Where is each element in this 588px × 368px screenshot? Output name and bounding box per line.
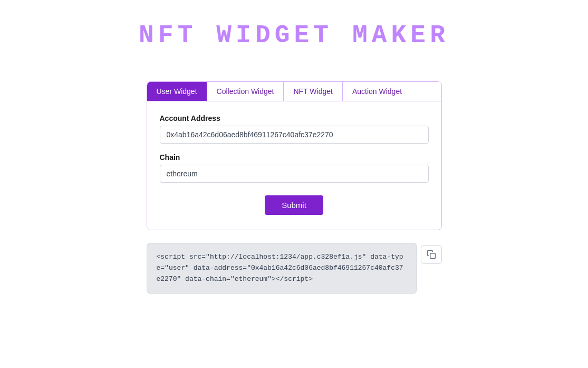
submit-button[interactable]: Submit [265,195,323,215]
tab-auction-widget[interactable]: Auction Widget [343,82,411,101]
copy-icon [427,250,436,259]
account-address-input[interactable] [160,126,429,144]
tab-nft-widget[interactable]: NFT Widget [284,82,342,101]
tab-user-widget[interactable]: User Widget [147,82,207,101]
svg-rect-0 [430,253,435,259]
code-output-wrapper: <script src="http://localhost:1234/app.c… [147,243,442,294]
submit-btn-wrapper: Submit [160,195,429,215]
widget-container: User Widget Collection Widget NFT Widget… [147,81,442,230]
account-address-label: Account Address [160,114,429,122]
chain-label: Chain [160,153,429,162]
tab-bar: User Widget Collection Widget NFT Widget… [147,82,441,101]
code-output-text: <script src="http://localhost:1234/app.c… [147,243,417,294]
copy-button[interactable] [421,245,442,264]
chain-input[interactable] [160,165,429,183]
account-address-group: Account Address [160,114,429,144]
chain-group: Chain [160,153,429,183]
tab-collection-widget[interactable]: Collection Widget [207,82,284,101]
form-area: Account Address Chain Submit [147,101,441,230]
page-title: NFT WIDGET MAKER [139,21,449,50]
